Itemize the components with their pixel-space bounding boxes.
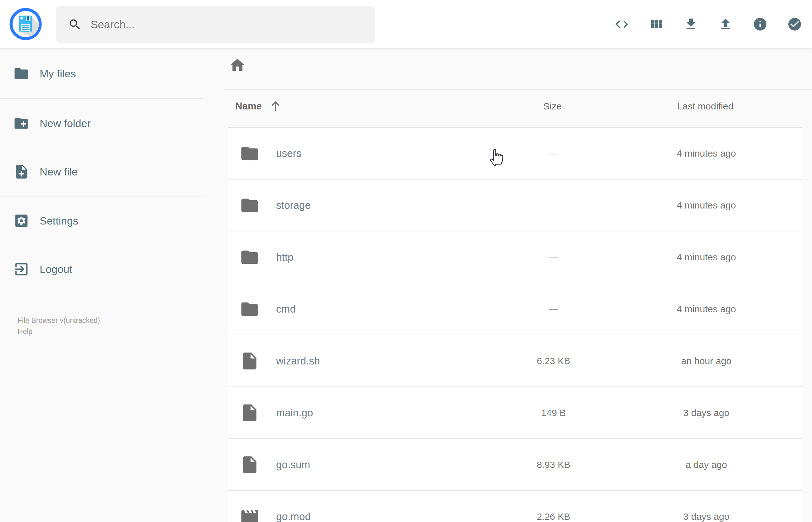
arrow-up-icon [268, 99, 282, 113]
file-row[interactable]: storage — 4 minutes ago [228, 179, 802, 232]
sidebar-footer: File Browser v(untracked) Help [18, 315, 100, 337]
app-logo[interactable] [9, 8, 42, 40]
file-row[interactable]: go.mod 2.26 KB 3 days ago [228, 490, 802, 522]
sidebar-item-label: New folder [40, 117, 91, 129]
file-modified: 3 days ago [659, 407, 753, 418]
new-file-icon [13, 163, 29, 180]
home-icon [229, 57, 246, 74]
floppy-disk-logo-icon [9, 8, 42, 40]
help-link[interactable]: Help [18, 326, 100, 337]
file-size: 2.26 KB [506, 511, 601, 522]
sidebar-item-label: Settings [40, 215, 78, 227]
file-name: go.sum [276, 459, 310, 471]
file-size: 6.23 KB [506, 356, 601, 366]
folder-icon [240, 299, 260, 319]
version-text: File Browser v(untracked) [18, 315, 100, 326]
file-row[interactable]: main.go 149 B 3 days ago [228, 386, 802, 439]
upload-button[interactable] [718, 17, 733, 32]
sidebar-divider [0, 98, 203, 99]
file-row[interactable]: http — 4 minutes ago [228, 231, 802, 283]
select-multiple-button[interactable] [787, 17, 802, 32]
file-modified: an hour ago [659, 356, 753, 366]
folder-icon [240, 143, 260, 163]
breadcrumb-divider [225, 89, 812, 90]
switch-view-button[interactable] [649, 17, 664, 32]
file-icon [240, 455, 260, 475]
download-button[interactable] [683, 17, 698, 32]
breadcrumb-home-button[interactable] [229, 57, 246, 74]
top-bar [0, 0, 812, 48]
movie-icon [240, 507, 260, 522]
file-name: users [276, 147, 302, 159]
sidebar-item-settings[interactable]: Settings [0, 206, 203, 236]
logout-icon [13, 261, 29, 277]
search-icon [68, 18, 82, 32]
column-header-name[interactable]: Name [235, 98, 282, 115]
file-size: — [506, 200, 601, 211]
sidebar-item-my-files[interactable]: My files [0, 59, 203, 89]
file-row[interactable]: go.sum 8.93 KB a day ago [228, 438, 802, 491]
file-name: storage [276, 199, 311, 211]
sidebar-item-logout[interactable]: Logout [0, 254, 203, 284]
file-modified: 4 minutes ago [659, 148, 753, 159]
toolbar-actions [614, 0, 802, 48]
file-size: — [506, 252, 601, 263]
search-input[interactable] [90, 18, 365, 31]
file-row[interactable]: wizard.sh 6.23 KB an hour ago [228, 335, 802, 387]
file-name: cmd [276, 303, 296, 315]
file-size: — [506, 148, 601, 159]
file-size: 8.93 KB [506, 459, 601, 470]
filebrowser-app: My files New folder New file Settings [0, 0, 812, 522]
sidebar-item-label: My files [40, 67, 76, 80]
folder-icon [13, 65, 29, 82]
sidebar-item-label: Logout [40, 263, 72, 276]
upload-icon [718, 17, 733, 32]
file-row[interactable]: users — 4 minutes ago [228, 127, 802, 180]
download-icon [683, 17, 698, 32]
file-modified: a day ago [659, 459, 753, 470]
file-name: wizard.sh [276, 355, 320, 367]
column-header-modified[interactable]: Last modified [658, 98, 753, 115]
file-size: — [506, 304, 601, 315]
file-name: go.mod [276, 511, 311, 522]
sidebar-item-label: New file [40, 166, 78, 178]
file-modified: 4 minutes ago [659, 252, 753, 263]
code-icon [614, 17, 629, 32]
file-size: 149 B [506, 407, 601, 418]
file-modified: 3 days ago [659, 511, 753, 522]
folder-icon [240, 195, 260, 215]
info-icon [753, 17, 768, 32]
file-modified: 4 minutes ago [659, 304, 753, 315]
shell-toggle-button[interactable] [614, 17, 629, 32]
sidebar-divider [0, 197, 203, 197]
file-list: users — 4 minutes ago storage — 4 minute… [228, 127, 802, 522]
file-modified: 4 minutes ago [659, 200, 753, 211]
file-icon [240, 403, 260, 423]
file-name: http [276, 251, 293, 263]
search-bar [56, 6, 374, 43]
file-name: main.go [276, 407, 313, 419]
folder-icon [240, 247, 260, 267]
file-icon [240, 351, 260, 371]
grid-view-icon [649, 17, 664, 32]
create-new-folder-icon [13, 115, 29, 132]
sidebar-item-new-folder[interactable]: New folder [0, 108, 203, 138]
check-circle-icon [787, 17, 802, 32]
sidebar-item-new-file[interactable]: New file [0, 157, 203, 187]
column-header-size[interactable]: Size [505, 98, 600, 115]
file-row[interactable]: cmd — 4 minutes ago [228, 283, 802, 335]
settings-icon [13, 213, 29, 229]
info-button[interactable] [753, 17, 768, 32]
